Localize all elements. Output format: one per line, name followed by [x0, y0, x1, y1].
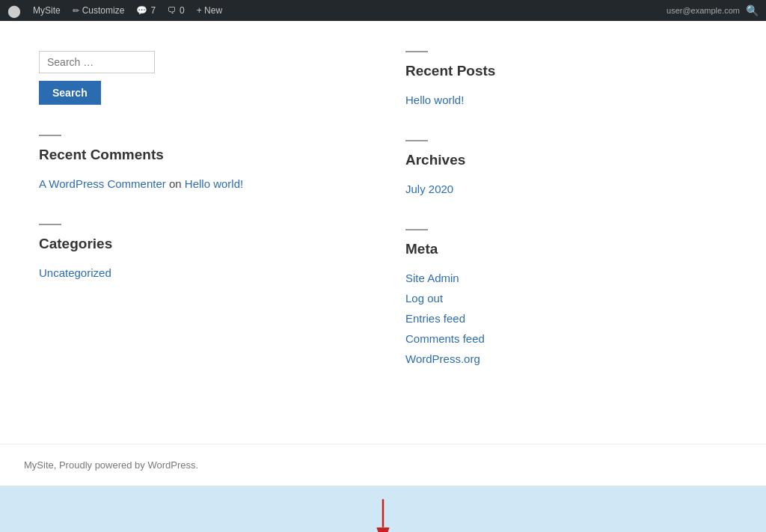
- messages-count: 0: [180, 5, 185, 16]
- commenter-link[interactable]: A WordPress Commenter: [39, 177, 166, 190]
- archive-link-july2020[interactable]: July 2020: [405, 183, 453, 195]
- archives-title: Archives: [405, 152, 727, 168]
- meta-link-comments-feed[interactable]: Comments feed: [405, 328, 727, 349]
- archives-widget: Archives July 2020: [405, 140, 727, 199]
- new-label: + New: [197, 5, 222, 16]
- wp-logo-item[interactable]: ⬤: [7, 4, 21, 18]
- separator: [405, 140, 428, 141]
- meta-widget: Meta Site Admin Log out Entries feed Com…: [405, 229, 727, 369]
- separator: [405, 51, 428, 52]
- comment-icon: 💬: [136, 5, 147, 16]
- messages-count-item[interactable]: 🗨 0: [168, 5, 185, 16]
- widgets-grid: Search Recent Comments A WordPress Comme…: [39, 51, 727, 399]
- customize-item[interactable]: ✏ Customize: [73, 5, 125, 16]
- search-input[interactable]: [39, 51, 155, 73]
- separator: [39, 135, 61, 136]
- meta-link-wordpress-org[interactable]: WordPress.org: [405, 349, 727, 369]
- bottom-bar: Terms and Conditions: [0, 486, 766, 532]
- new-item[interactable]: + New: [197, 5, 222, 16]
- search-icon[interactable]: 🔍: [746, 4, 759, 16]
- commented-post-link[interactable]: Hello world!: [185, 177, 243, 190]
- meta-links: Site Admin Log out Entries feed Comments…: [405, 268, 727, 369]
- recent-posts-widget: Recent Posts Hello world!: [405, 51, 727, 110]
- site-name-label: MySite: [33, 5, 61, 16]
- recent-comments-title: Recent Comments: [39, 147, 361, 163]
- customize-label: Customize: [82, 5, 125, 16]
- down-arrow-icon: [364, 496, 402, 532]
- admin-bar-right: user@example.com 🔍: [667, 4, 759, 16]
- search-widget: Search: [39, 51, 361, 105]
- recent-comments-widget: Recent Comments A WordPress Commenter on…: [39, 135, 361, 194]
- search-button[interactable]: Search: [39, 81, 101, 105]
- left-column: Search Recent Comments A WordPress Comme…: [39, 51, 361, 399]
- main-content: Search Recent Comments A WordPress Comme…: [24, 21, 742, 444]
- categories-title: Categories: [39, 236, 361, 252]
- on-text: on: [169, 177, 182, 190]
- meta-link-log-out[interactable]: Log out: [405, 288, 727, 308]
- separator: [39, 224, 61, 225]
- meta-link-entries-feed[interactable]: Entries feed: [405, 308, 727, 328]
- user-display: user@example.com: [667, 6, 740, 15]
- message-icon: 🗨: [168, 5, 177, 16]
- arrow-container: [15, 496, 751, 532]
- site-footer: MySite, Proudly powered by WordPress.: [0, 444, 766, 486]
- comments-count-item[interactable]: 💬 7: [136, 5, 156, 16]
- category-link-uncategorized[interactable]: Uncategorized: [39, 266, 111, 279]
- categories-widget: Categories Uncategorized: [39, 224, 361, 283]
- meta-title: Meta: [405, 241, 727, 257]
- admin-bar: ⬤ MySite ✏ Customize 💬 7 🗨 0 + New user@…: [0, 0, 766, 21]
- site-name-item[interactable]: MySite: [33, 5, 61, 16]
- recent-posts-title: Recent Posts: [405, 63, 727, 79]
- comments-count: 7: [150, 5, 156, 16]
- right-column: Recent Posts Hello world! Archives July …: [405, 51, 727, 399]
- wp-logo-icon: ⬤: [7, 4, 21, 18]
- meta-link-site-admin[interactable]: Site Admin: [405, 268, 727, 288]
- footer-text: MySite, Proudly powered by WordPress.: [24, 459, 742, 471]
- recent-post-link[interactable]: Hello world!: [405, 94, 464, 106]
- separator: [405, 229, 428, 230]
- recent-comment-entry: A WordPress Commenter on Hello world!: [39, 174, 361, 194]
